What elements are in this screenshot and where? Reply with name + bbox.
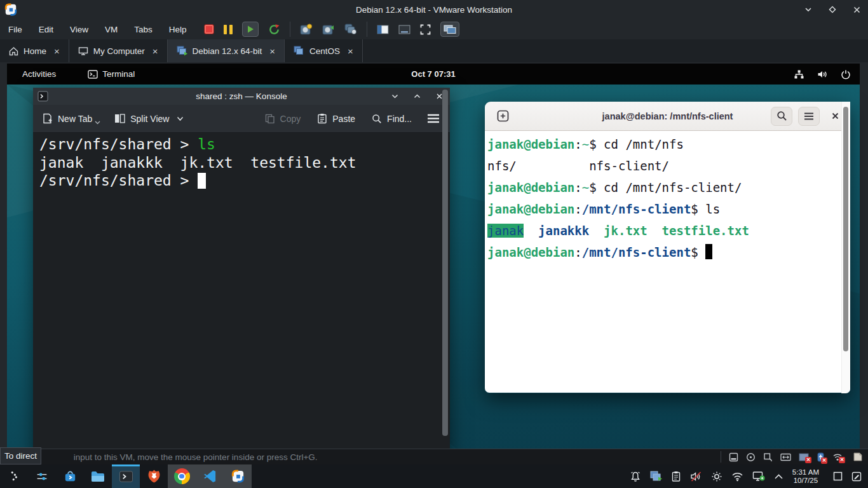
tray-expand-chevron-icon[interactable]: [774, 473, 783, 480]
task-vscode[interactable]: [196, 464, 224, 488]
split-view-button[interactable]: Split View: [114, 114, 184, 124]
close-icon[interactable]: [851, 4, 862, 15]
clock-date: 10/7/25: [792, 477, 819, 485]
gnome-system-indicators[interactable]: [794, 69, 851, 79]
menu-tabs[interactable]: Tabs: [126, 19, 161, 39]
settings-sliders-icon[interactable]: [28, 464, 56, 488]
vmware-tray-icon[interactable]: [650, 471, 662, 482]
tab-home[interactable]: Home ×: [0, 39, 69, 62]
terminal-line: janak janakkk jk.txt testfile.txt: [487, 220, 850, 241]
menu-view[interactable]: View: [62, 19, 97, 39]
clipboard-tray-icon[interactable]: [671, 471, 681, 482]
hamburger-menu-icon[interactable]: [427, 114, 440, 123]
terminal-line: janak janakkk jk.txt testfile.txt: [39, 154, 441, 172]
wifi-tray-icon[interactable]: [731, 471, 743, 482]
toolbar-separator: [367, 22, 367, 37]
home-icon: [9, 46, 18, 56]
konsole-scrollbar[interactable]: [442, 90, 448, 447]
konsole-terminal[interactable]: /srv/nfs/shared > lsjanak janakkk jk.txt…: [33, 133, 450, 454]
konsole-titlebar[interactable]: shared : zsh — Konsole: [33, 88, 450, 105]
paste-button[interactable]: Paste: [317, 113, 355, 124]
gnome-terminal-scrollbar[interactable]: [841, 102, 850, 393]
gnome-top-bar: Activities Terminal Oct 7 07:31: [7, 64, 860, 85]
tab-label: CentOS: [309, 46, 340, 56]
display-device-icon[interactable]: ✕: [799, 453, 809, 461]
task-konsole[interactable]: [112, 464, 140, 488]
brightness-icon[interactable]: [711, 471, 722, 482]
window-controls: [803, 0, 862, 19]
tab-close-icon[interactable]: ×: [348, 46, 353, 56]
gnome-terminal-headerbar[interactable]: janak@debian: /mnt/nfs-client: [485, 102, 850, 131]
terminal-line: janak@debian:~$ cd /mnt/nfs-client/: [487, 177, 850, 198]
tab-label: Home: [24, 46, 46, 56]
terminal-line: janak@debian:/mnt/nfs-client$: [487, 241, 850, 263]
tab-close-icon[interactable]: ×: [269, 46, 275, 56]
terminal-line: /srv/nfs/shared > ls: [39, 135, 441, 154]
volume-muted-icon[interactable]: [690, 471, 702, 482]
notes-widget-icon[interactable]: [851, 471, 862, 482]
unity-mode-button[interactable]: [440, 22, 459, 37]
wifi-device-icon[interactable]: ✕: [832, 452, 843, 461]
tab-my-computer[interactable]: My Computer ×: [69, 39, 168, 62]
maximize-icon[interactable]: [827, 4, 837, 15]
find-label: Find...: [387, 114, 412, 124]
task-brave[interactable]: [140, 464, 168, 488]
cd-rom-icon[interactable]: [746, 452, 756, 462]
menu-help[interactable]: Help: [161, 19, 195, 39]
screen-share-icon[interactable]: [752, 471, 765, 482]
gnome-clock[interactable]: Oct 7 07:31: [7, 69, 860, 79]
power-off-button[interactable]: [204, 24, 214, 34]
minimize-icon[interactable]: [803, 4, 813, 15]
take-snapshot-button[interactable]: [300, 24, 313, 35]
hamburger-menu-button[interactable]: [798, 107, 820, 126]
tab-close-icon[interactable]: ×: [153, 46, 158, 56]
new-tab-button[interactable]: New Tab: [42, 113, 100, 125]
virtual-desktop-icon[interactable]: [833, 471, 843, 481]
gnome-terminal-window: janak@debian: /mnt/nfs-client janak@debi…: [485, 102, 850, 393]
paste-label: Paste: [332, 114, 355, 124]
network-adapter-icon[interactable]: [780, 453, 791, 461]
terminal-line: /srv/nfs/shared >: [39, 172, 441, 190]
device-status-icons: ✕ ✕ ✕: [721, 451, 863, 463]
message-log-icon[interactable]: [853, 452, 863, 462]
new-tab-label: New Tab: [58, 114, 92, 124]
notifications-bell-icon[interactable]: [630, 471, 641, 482]
tab-centos-vm[interactable]: CentOS ×: [285, 39, 363, 62]
menu-file[interactable]: File: [0, 19, 31, 39]
wired-network-icon: [794, 69, 804, 79]
copy-button[interactable]: Copy: [265, 114, 301, 124]
revert-snapshot-button[interactable]: [322, 24, 335, 35]
task-vmware[interactable]: [224, 464, 252, 488]
floppy-icon[interactable]: [763, 452, 773, 462]
console-view-button[interactable]: [398, 25, 410, 34]
tab-close-icon[interactable]: ×: [54, 46, 60, 56]
maximize-icon[interactable]: [413, 92, 421, 100]
scrollbar-thumb[interactable]: [442, 90, 448, 436]
suspend-button[interactable]: [224, 25, 233, 34]
power-on-button[interactable]: [242, 22, 259, 37]
task-chrome[interactable]: [168, 464, 196, 488]
fullscreen-button[interactable]: [420, 24, 431, 35]
usb-device-icon[interactable]: ✕: [817, 452, 825, 462]
hard-disk-icon[interactable]: [729, 452, 738, 462]
toolbar-separator: [290, 22, 290, 37]
terminal-line: janak@debian:~$ cd /mnt/nfs: [487, 133, 850, 155]
snapshot-manager-button[interactable]: [344, 24, 357, 35]
tab-debian-vm[interactable]: Debian 12.x 64-bit ×: [168, 39, 285, 62]
scrollbar-thumb[interactable]: [843, 107, 848, 351]
text-cursor: [705, 244, 712, 259]
discover-store-icon[interactable]: [56, 464, 84, 488]
volume-icon: [817, 69, 828, 79]
gnome-terminal-screen[interactable]: janak@debian:~$ cd /mnt/nfsnfs/ nfs-clie…: [485, 131, 850, 393]
menu-vm[interactable]: VM: [97, 19, 126, 39]
find-button[interactable]: Find...: [372, 114, 412, 124]
search-button[interactable]: [771, 107, 792, 126]
vmware-menubar: File Edit View VM Tabs Help: [0, 19, 868, 39]
menu-edit[interactable]: Edit: [31, 19, 62, 39]
file-manager-icon[interactable]: [84, 464, 112, 488]
minimize-icon[interactable]: [391, 92, 399, 100]
app-launcher-icon[interactable]: [0, 464, 28, 488]
show-library-button[interactable]: [377, 25, 389, 34]
taskbar-clock[interactable]: 5:31 AM 10/7/25: [792, 468, 819, 484]
reset-button[interactable]: [268, 24, 280, 36]
